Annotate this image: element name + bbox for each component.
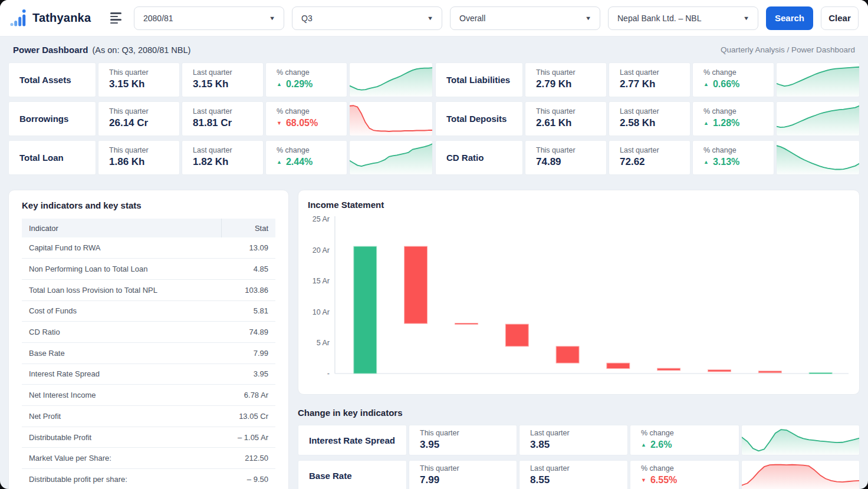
y-axis-tick-label: 15 Ar: [313, 277, 330, 285]
last-quarter-value: 2.58 Kh: [620, 117, 690, 129]
right-column: Income Statement 25 Ar20 Ar15 Ar10 Ar5 A…: [298, 190, 860, 489]
this-quarter-cell: This quarter 1.86 Kh: [98, 140, 180, 175]
breadcrumb-row: Power Dashboard (As on: Q3, 2080/81 NBL)…: [0, 37, 868, 62]
pct-change-cell: % change ▲ 2.6%: [630, 425, 739, 455]
key-stats-table: Indicator Stat Capital Fund to RWA 13.09…: [22, 219, 275, 489]
pct-change-cell: % change ▲ 0.29%: [265, 62, 347, 97]
waterfall-bar: [455, 323, 478, 325]
down-arrow-icon: ▼: [277, 121, 282, 126]
this-quarter-label: This quarter: [536, 68, 606, 77]
page-title: Power Dashboard: [13, 45, 88, 55]
indicator-name: Distributable Profit: [22, 427, 221, 448]
this-quarter-label: This quarter: [536, 107, 606, 115]
kpi-name: Borrowings: [19, 114, 68, 124]
kpi-name-cell: Total Assets: [8, 62, 96, 97]
this-quarter-cell: This quarter 7.99: [409, 460, 517, 489]
indicator-name: CD Ratio: [22, 322, 221, 343]
table-row: Distributable profit per share: – 9.50: [22, 469, 275, 489]
last-quarter-label: Last quarter: [193, 146, 263, 154]
this-quarter-value: 74.89: [536, 156, 606, 168]
breadcrumb: Quarterly Analysis / Power Dashboard: [721, 45, 855, 54]
waterfall-bar: [758, 371, 781, 373]
fiscal-year-value: 2080/81: [143, 14, 173, 23]
down-arrow-icon: ▼: [641, 478, 646, 483]
indicator-column-header: Indicator: [22, 219, 221, 237]
indicator-stat: 7.99: [221, 342, 275, 364]
last-quarter-value: 3.85: [530, 439, 627, 451]
pct-change-label: % change: [641, 464, 739, 473]
kpi-name-cell: Total Liabilities: [435, 62, 523, 97]
sparkline-chart: [742, 425, 859, 455]
kpi-row: Base Rate This quarter 7.99 Last quarter…: [298, 460, 860, 489]
pct-change-value: ▲ 0.29%: [277, 79, 347, 90]
last-quarter-cell: Last quarter 81.81 Cr: [182, 101, 264, 136]
this-quarter-cell: This quarter 74.89: [525, 140, 607, 175]
sparkline-cell: [776, 101, 860, 136]
waterfall-bar: [354, 246, 377, 374]
indicator-stat: – 1.05 Ar: [221, 427, 275, 448]
waterfall-bar: [505, 324, 528, 346]
brand[interactable]: Tathyanka: [9, 9, 96, 28]
key-stats-card: Key indicators and key stats Indicator S…: [8, 190, 289, 489]
kpi-name-cell: Total Loan: [8, 140, 96, 175]
kpi-row: Total Deposits This quarter 2.61 Kh Last…: [435, 101, 860, 136]
kpi-name: Interest Rate Spread: [309, 435, 395, 445]
this-quarter-label: This quarter: [420, 429, 517, 437]
pct-change-number: 68.05%: [286, 118, 318, 128]
y-axis-tick-label: 20 Ar: [313, 246, 330, 255]
last-quarter-value: 81.81 Cr: [193, 117, 263, 129]
sparkline-cell: [776, 140, 860, 175]
fiscal-year-select[interactable]: 2080/81 ▼: [134, 6, 284, 30]
sparkline-cell: [776, 62, 860, 97]
last-quarter-value: 1.82 Kh: [193, 156, 263, 168]
quarter-select[interactable]: Q3 ▼: [292, 6, 442, 30]
this-quarter-label: This quarter: [109, 146, 179, 154]
up-arrow-icon: ▲: [703, 121, 709, 126]
y-axis-tick-label: 25 Ar: [313, 215, 330, 223]
indicator-name: Cost of Funds: [22, 300, 221, 322]
pct-change-value: ▲ 2.44%: [277, 157, 347, 167]
this-quarter-label: This quarter: [536, 146, 606, 154]
this-quarter-cell: This quarter 26.14 Cr: [98, 101, 180, 136]
income-statement-title: Income Statement: [308, 200, 850, 210]
this-quarter-label: This quarter: [109, 107, 179, 115]
chevron-down-icon: ▼: [269, 15, 275, 21]
pct-change-cell: % change ▼ 68.05%: [265, 101, 347, 136]
menu-icon[interactable]: [110, 12, 121, 24]
this-quarter-value: 3.95: [420, 439, 517, 451]
table-row: Capital Fund to RWA 13.09: [22, 237, 275, 259]
pct-change-value: ▲ 1.28%: [703, 118, 774, 128]
pct-change-label: % change: [703, 68, 774, 77]
pct-change-value: ▲ 2.6%: [641, 440, 739, 450]
waterfall-bar: [708, 370, 731, 372]
dashboard-page: Tathyanka 2080/81 ▼ Q3 ▼ Overall ▼ Nepal…: [0, 0, 868, 489]
bank-value: Nepal Bank Ltd. – NBL: [617, 14, 701, 23]
pct-change-number: 0.29%: [286, 79, 313, 90]
bank-select[interactable]: Nepal Bank Ltd. – NBL ▼: [608, 6, 758, 30]
indicator-stat: 74.89: [221, 322, 275, 343]
indicator-stat: 4.85: [221, 259, 275, 280]
kpi-name: Total Deposits: [446, 114, 507, 124]
y-axis-tick-label: -: [327, 369, 330, 378]
indicator-name: Total Loan loss Provision to Total NPL: [22, 279, 221, 300]
table-header-row: Indicator Stat: [22, 219, 275, 237]
clear-button[interactable]: Clear: [821, 6, 859, 30]
stat-column-header: Stat: [221, 219, 275, 237]
waterfall-bar: [809, 373, 832, 374]
waterfall-bar: [607, 363, 630, 368]
sparkline-chart: [350, 141, 432, 174]
top-bar: Tathyanka 2080/81 ▼ Q3 ▼ Overall ▼ Nepal…: [0, 0, 868, 37]
sparkline-cell: [349, 62, 433, 97]
key-stats-title: Key indicators and key stats: [22, 200, 275, 210]
sparkline-chart: [742, 461, 859, 489]
sparkline-chart: [777, 63, 859, 97]
pct-change-number: 0.66%: [713, 79, 739, 90]
search-button[interactable]: Search: [766, 6, 813, 30]
kpi-name: Total Liabilities: [446, 75, 510, 85]
this-quarter-cell: This quarter 3.95: [409, 425, 517, 455]
waterfall-bar: [405, 246, 428, 323]
indicator-stat: 5.81: [221, 300, 275, 322]
indicator-name: Capital Fund to RWA: [22, 237, 221, 259]
metric-select[interactable]: Overall ▼: [450, 6, 600, 30]
pct-change-number: 1.28%: [713, 118, 739, 128]
